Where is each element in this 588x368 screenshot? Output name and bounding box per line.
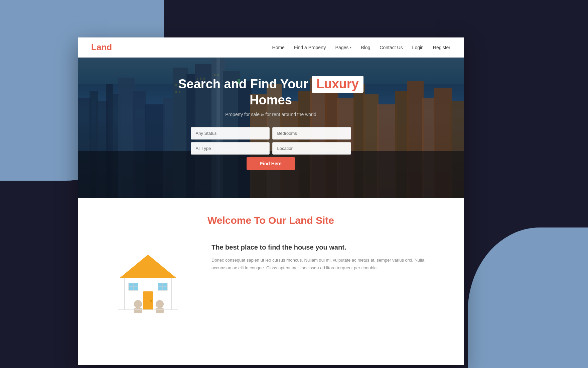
site-frame: Land Home Find a Property Pages ▾ Blog C… xyxy=(78,37,464,365)
hero-title: Search and Find Your Luxury Homes xyxy=(178,76,363,108)
welcome-content: The best place to find the house you wan… xyxy=(98,240,444,313)
logo[interactable]: Land xyxy=(91,42,112,53)
nav-contact[interactable]: Contact Us xyxy=(380,45,403,50)
nav-pages-label: Pages xyxy=(335,45,349,50)
nav-blog[interactable]: Blog xyxy=(361,45,370,50)
navbar: Land Home Find a Property Pages ▾ Blog C… xyxy=(78,37,464,58)
search-form: Any Status For Sale For Rent Bedrooms 1 … xyxy=(191,127,351,170)
welcome-title: Welcome To Our Land Site xyxy=(98,215,444,226)
svg-point-58 xyxy=(134,300,142,308)
luxury-badge: Luxury xyxy=(312,76,363,93)
house-illustration xyxy=(108,240,188,313)
search-row-1: Any Status For Sale For Rent Bedrooms 1 … xyxy=(191,127,351,140)
nav-links: Home Find a Property Pages ▾ Blog Contac… xyxy=(272,44,450,51)
hero-section: Search and Find Your Luxury Homes Proper… xyxy=(78,58,464,198)
bedrooms-select[interactable]: Bedrooms 1 2 3+ xyxy=(272,127,351,140)
welcome-text: The best place to find the house you wan… xyxy=(211,240,444,279)
svg-point-60 xyxy=(156,300,164,308)
nav-home[interactable]: Home xyxy=(272,45,285,50)
bg-blob-bottom-left xyxy=(0,268,67,368)
svg-point-51 xyxy=(150,300,152,302)
nav-login[interactable]: Login xyxy=(412,45,424,50)
divider-line xyxy=(211,279,444,279)
welcome-title-part2: Land Site xyxy=(289,215,334,226)
welcome-body: Donec consequat sapien ut leo cursus rho… xyxy=(211,256,444,272)
logo-rest: and xyxy=(97,42,112,52)
welcome-section: Welcome To Our Land Site xyxy=(78,198,464,327)
svg-rect-61 xyxy=(156,308,164,313)
nav-register[interactable]: Register xyxy=(433,45,450,50)
type-select[interactable]: All Type House Apartment xyxy=(191,142,270,155)
svg-marker-49 xyxy=(120,255,176,278)
welcome-heading: The best place to find the house you wan… xyxy=(211,243,444,252)
hero-content: Search and Find Your Luxury Homes Proper… xyxy=(78,58,464,198)
find-here-button[interactable]: Find Here xyxy=(247,157,295,170)
hero-subtitle: Property for sale & for rent around the … xyxy=(225,112,316,117)
chevron-down-icon: ▾ xyxy=(350,45,351,49)
hero-title-part1: Search and Find Your xyxy=(178,77,308,91)
welcome-image xyxy=(98,240,198,313)
bg-blob-bottom-right xyxy=(468,227,588,368)
nav-find-property[interactable]: Find a Property xyxy=(294,45,326,50)
welcome-title-part1: Welcome To Our xyxy=(207,215,286,226)
status-select[interactable]: Any Status For Sale For Rent xyxy=(191,127,270,140)
hero-title-part2: Homes xyxy=(250,93,292,107)
welcome-title-highlight: Land Site xyxy=(289,215,334,226)
svg-rect-59 xyxy=(134,308,142,313)
nav-pages[interactable]: Pages ▾ xyxy=(335,45,352,50)
location-select[interactable]: Location New York Los Angeles xyxy=(272,142,351,155)
logo-l: L xyxy=(91,42,97,52)
search-row-2: All Type House Apartment Location New Yo… xyxy=(191,142,351,155)
